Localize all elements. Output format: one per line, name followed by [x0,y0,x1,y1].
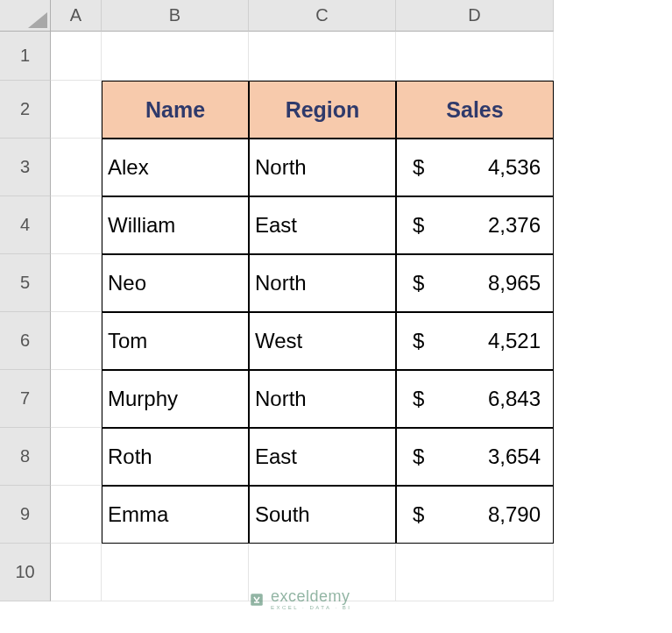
cell-sales[interactable]: $ 4,536 [396,139,554,196]
cell-region[interactable]: North [249,139,396,196]
cell-a10[interactable] [51,544,102,601]
cell-sales[interactable]: $ 8,965 [396,254,554,312]
cell-sales[interactable]: $ 6,843 [396,370,554,428]
row-header-1[interactable]: 1 [0,32,51,81]
currency-symbol: $ [413,502,424,527]
row-header-6[interactable]: 6 [0,312,51,370]
row-header-9[interactable]: 9 [0,486,51,544]
sales-amount: 2,376 [488,213,541,238]
cell-a8[interactable] [51,428,102,486]
cell-b10[interactable] [102,544,249,601]
cell-name[interactable]: Tom [102,312,249,370]
cell-name[interactable]: Alex [102,139,249,196]
cell-sales[interactable]: $ 4,521 [396,312,554,370]
currency-symbol: $ [413,329,424,353]
cell-a7[interactable] [51,370,102,428]
currency-symbol: $ [413,387,424,411]
cell-sales[interactable]: $ 3,654 [396,428,554,486]
cell-a6[interactable] [51,312,102,370]
cell-a9[interactable] [51,486,102,544]
watermark: exceldemy EXCEL · DATA · BI [249,588,351,610]
cell-name[interactable]: Roth [102,428,249,486]
cell-sales[interactable]: $ 8,790 [396,486,554,544]
currency-symbol: $ [413,213,424,238]
sales-amount: 8,790 [488,502,541,527]
col-header-c[interactable]: C [249,0,396,32]
cell-a2[interactable] [51,81,102,139]
table-header-region[interactable]: Region [249,81,396,139]
sales-amount: 6,843 [488,387,541,411]
cell-c1[interactable] [249,32,396,81]
watermark-sub: EXCEL · DATA · BI [271,605,351,610]
table-header-sales[interactable]: Sales [396,81,554,139]
cell-d10[interactable] [396,544,554,601]
cell-name[interactable]: Emma [102,486,249,544]
row-header-10[interactable]: 10 [0,544,51,601]
cell-b1[interactable] [102,32,249,81]
exceldemy-logo-icon [249,592,265,608]
cell-name[interactable]: Murphy [102,370,249,428]
cell-a4[interactable] [51,196,102,254]
svg-rect-0 [251,594,263,606]
cell-a5[interactable] [51,254,102,312]
sales-amount: 4,521 [488,329,541,353]
row-header-3[interactable]: 3 [0,139,51,196]
watermark-main: exceldemy [271,588,351,604]
cell-a1[interactable] [51,32,102,81]
sales-amount: 3,654 [488,445,541,469]
cell-region[interactable]: East [249,428,396,486]
cell-region[interactable]: North [249,370,396,428]
currency-symbol: $ [413,155,424,180]
row-header-8[interactable]: 8 [0,428,51,486]
sales-amount: 4,536 [488,155,541,180]
row-header-2[interactable]: 2 [0,81,51,139]
spreadsheet-grid: A B C D 1 2 Name Region Sales 3 Alex Nor… [0,0,672,601]
row-header-5[interactable]: 5 [0,254,51,312]
cell-sales[interactable]: $ 2,376 [396,196,554,254]
cell-region[interactable]: South [249,486,396,544]
row-header-7[interactable]: 7 [0,370,51,428]
sales-amount: 8,965 [488,271,541,295]
row-header-4[interactable]: 4 [0,196,51,254]
cell-name[interactable]: Neo [102,254,249,312]
cell-a3[interactable] [51,139,102,196]
watermark-text: exceldemy EXCEL · DATA · BI [271,588,351,610]
cell-region[interactable]: West [249,312,396,370]
col-header-a[interactable]: A [51,0,102,32]
cell-region[interactable]: East [249,196,396,254]
table-header-name[interactable]: Name [102,81,249,139]
currency-symbol: $ [413,271,424,295]
cell-name[interactable]: William [102,196,249,254]
col-header-d[interactable]: D [396,0,554,32]
cell-d1[interactable] [396,32,554,81]
select-all-corner[interactable] [0,0,51,32]
cell-region[interactable]: North [249,254,396,312]
currency-symbol: $ [413,445,424,469]
col-header-b[interactable]: B [102,0,249,32]
